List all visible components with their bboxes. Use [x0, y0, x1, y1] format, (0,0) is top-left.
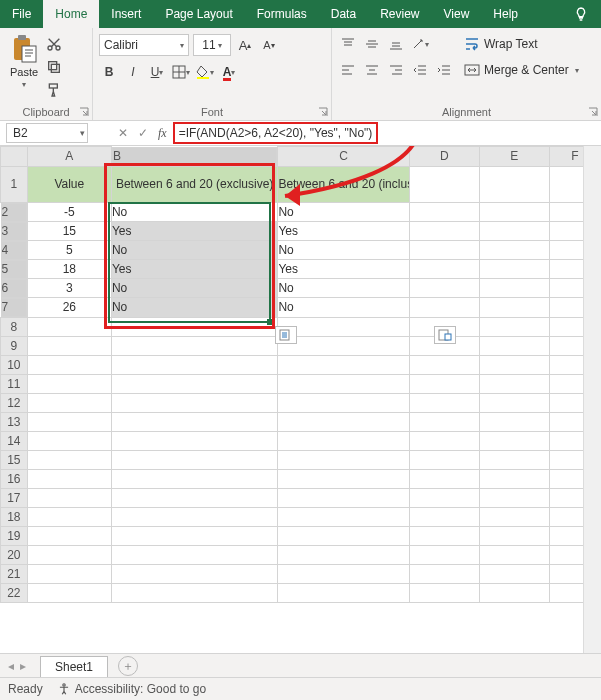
cell[interactable] — [409, 469, 479, 488]
cell[interactable] — [409, 488, 479, 507]
cell[interactable] — [111, 355, 277, 374]
cell[interactable]: Value — [27, 166, 111, 202]
row-header[interactable]: 13 — [1, 412, 28, 431]
row-header[interactable]: 14 — [1, 431, 28, 450]
cell[interactable] — [479, 241, 549, 260]
cell[interactable] — [409, 431, 479, 450]
cell[interactable] — [409, 507, 479, 526]
cell[interactable] — [409, 412, 479, 431]
cell[interactable] — [111, 374, 277, 393]
select-all-corner[interactable] — [1, 147, 28, 167]
cell[interactable] — [479, 222, 549, 241]
cell[interactable]: No — [111, 298, 277, 318]
bold-button[interactable]: B — [99, 62, 119, 82]
cell[interactable]: 3 — [27, 279, 111, 298]
cell[interactable]: No — [278, 279, 410, 298]
cell[interactable] — [479, 450, 549, 469]
cell[interactable] — [278, 317, 410, 336]
cell[interactable] — [409, 374, 479, 393]
cell[interactable]: 26 — [27, 298, 111, 318]
tab-review[interactable]: Review — [368, 0, 431, 28]
cell[interactable] — [409, 298, 479, 318]
col-header-D[interactable]: D — [409, 147, 479, 167]
cell[interactable] — [27, 317, 111, 336]
cell[interactable] — [111, 393, 277, 412]
cell[interactable] — [479, 526, 549, 545]
col-header-C[interactable]: C — [278, 147, 410, 167]
cell[interactable]: No — [278, 241, 410, 260]
cell[interactable] — [479, 336, 549, 355]
tab-help[interactable]: Help — [481, 0, 530, 28]
paste-options-icon[interactable] — [434, 326, 456, 344]
row-header[interactable]: 22 — [1, 583, 28, 602]
cell[interactable] — [409, 545, 479, 564]
cell[interactable] — [409, 583, 479, 602]
row-header[interactable]: 6 — [1, 279, 27, 298]
cell[interactable] — [479, 469, 549, 488]
cell[interactable] — [479, 545, 549, 564]
row-header[interactable]: 11 — [1, 374, 28, 393]
paste-button[interactable]: Paste ▾ — [6, 32, 42, 101]
row-header[interactable]: 12 — [1, 393, 28, 412]
tab-formulas[interactable]: Formulas — [245, 0, 319, 28]
cell[interactable] — [278, 393, 410, 412]
row-header[interactable]: 21 — [1, 564, 28, 583]
cell[interactable] — [479, 202, 549, 222]
row-header[interactable]: 16 — [1, 469, 28, 488]
cell[interactable] — [479, 507, 549, 526]
cell[interactable] — [409, 564, 479, 583]
cell[interactable] — [278, 507, 410, 526]
cell[interactable] — [27, 393, 111, 412]
decrease-indent-icon[interactable] — [410, 60, 430, 80]
decrease-font-icon[interactable]: A▾ — [259, 35, 279, 55]
copy-icon[interactable] — [46, 59, 62, 78]
clipboard-dialog-launcher-icon[interactable] — [78, 106, 90, 118]
font-dialog-launcher-icon[interactable] — [317, 106, 329, 118]
cell[interactable] — [479, 166, 549, 202]
cell[interactable] — [479, 488, 549, 507]
cell[interactable] — [111, 564, 277, 583]
cell[interactable] — [479, 431, 549, 450]
cell[interactable] — [278, 412, 410, 431]
align-top-icon[interactable] — [338, 34, 358, 54]
cell[interactable] — [111, 412, 277, 431]
sheet-tab[interactable]: Sheet1 — [40, 656, 108, 677]
cell[interactable] — [27, 488, 111, 507]
cell[interactable]: Yes — [278, 222, 410, 241]
cell[interactable] — [278, 355, 410, 374]
borders-button[interactable]: ▾ — [171, 62, 191, 82]
cell[interactable] — [278, 526, 410, 545]
format-painter-icon[interactable] — [46, 82, 62, 101]
row-header[interactable]: 5 — [1, 260, 27, 279]
col-header-E[interactable]: E — [479, 147, 549, 167]
row-header[interactable]: 2 — [1, 203, 27, 222]
align-bottom-icon[interactable] — [386, 34, 406, 54]
cell[interactable] — [479, 317, 549, 336]
row-header[interactable]: 15 — [1, 450, 28, 469]
cell[interactable] — [409, 202, 479, 222]
cell[interactable]: Yes — [111, 222, 277, 241]
cell[interactable] — [409, 526, 479, 545]
row-header[interactable]: 19 — [1, 526, 28, 545]
cut-icon[interactable] — [46, 36, 62, 55]
enter-formula-icon[interactable]: ✓ — [138, 126, 148, 140]
cell[interactable]: No — [278, 202, 410, 222]
italic-button[interactable]: I — [123, 62, 143, 82]
align-right-icon[interactable] — [386, 60, 406, 80]
tab-data[interactable]: Data — [319, 0, 368, 28]
cell[interactable]: 5 — [27, 241, 111, 260]
autofill-options-icon[interactable] — [275, 326, 297, 344]
cell[interactable] — [278, 450, 410, 469]
cell[interactable] — [479, 260, 549, 279]
row-header[interactable]: 20 — [1, 545, 28, 564]
tab-insert[interactable]: Insert — [99, 0, 153, 28]
spreadsheet-grid[interactable]: A B C D E F 1ValueBetween 6 and 20 (excl… — [0, 146, 601, 654]
cell[interactable] — [278, 374, 410, 393]
tab-pagelayout[interactable]: Page Layout — [153, 0, 244, 28]
cell[interactable] — [27, 526, 111, 545]
cell[interactable] — [27, 564, 111, 583]
insert-function-icon[interactable]: fx — [158, 126, 167, 141]
cell[interactable]: 18 — [27, 260, 111, 279]
cell[interactable] — [27, 374, 111, 393]
cell[interactable] — [111, 545, 277, 564]
